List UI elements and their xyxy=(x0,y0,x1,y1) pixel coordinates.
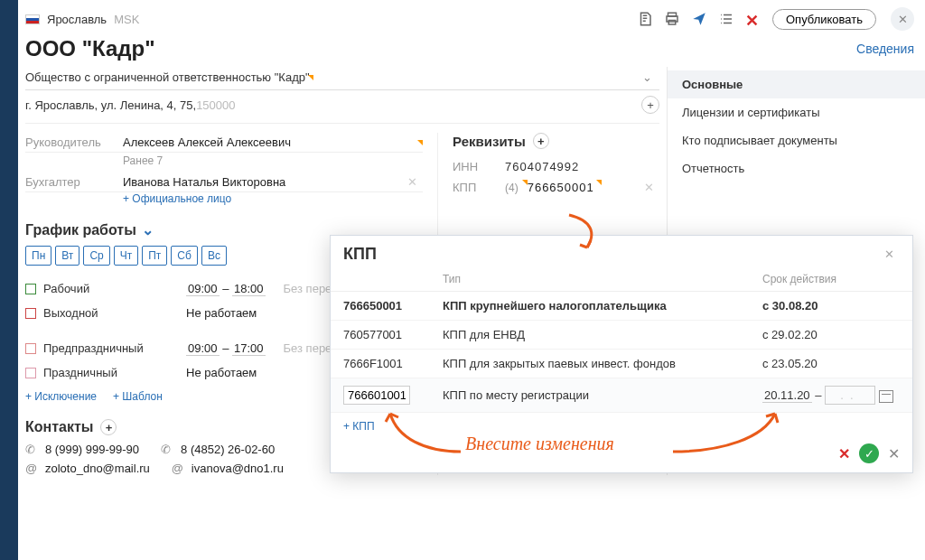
email-icon: @ xyxy=(172,462,186,475)
head-label: Руководитель xyxy=(25,135,116,149)
add-template-link[interactable]: + Шаблон xyxy=(113,390,163,403)
add-contact-button[interactable]: + xyxy=(100,419,117,435)
email-icon: @ xyxy=(25,462,40,475)
preholiday-to-input[interactable]: 17:00 xyxy=(232,341,266,356)
publish-button[interactable]: Опубликовать xyxy=(772,9,876,30)
off-day-icon[interactable] xyxy=(25,308,36,319)
details-link[interactable]: Сведения xyxy=(856,42,914,56)
kpp-close-edit-button[interactable]: ✕ xyxy=(888,445,900,462)
calendar-icon[interactable] xyxy=(879,390,893,403)
flag-icon xyxy=(25,14,40,24)
accountant-name[interactable]: Иванова Наталья Викторовна xyxy=(123,175,395,189)
company-address: г. Ярославль, ул. Ленина, 4, 75, xyxy=(25,98,196,112)
kpp-value[interactable]: 766650001 xyxy=(528,181,594,194)
kpp-code-input[interactable] xyxy=(343,386,410,405)
kpp-count[interactable]: (4) xyxy=(505,182,519,194)
close-panel-button[interactable]: ✕ xyxy=(891,7,914,31)
add-kpp-link[interactable]: + КПП xyxy=(331,413,388,440)
accountant-label: Бухгалтер xyxy=(25,175,116,189)
holiday-icon[interactable] xyxy=(25,368,36,378)
schedule-expand-button[interactable]: ⌄ xyxy=(142,221,154,238)
clear-accountant-button[interactable]: ✕ xyxy=(402,175,423,189)
off-value: Не работаем xyxy=(186,306,257,320)
preholiday-label: Предпраздничный xyxy=(43,341,179,355)
add-address-button[interactable]: + xyxy=(641,96,659,114)
requisites-heading: Реквизиты xyxy=(453,134,526,149)
phone-icon: ✆ xyxy=(25,443,40,456)
day-vs[interactable]: Вс xyxy=(201,246,227,266)
kpp-panel-title: КПП xyxy=(343,245,377,264)
kpp-row[interactable]: 766650001 КПП крупнейшего налогоплательщ… xyxy=(331,292,912,321)
email1[interactable]: zoloto_dno@mail.ru xyxy=(45,462,150,475)
work-to-input[interactable]: 18:00 xyxy=(232,282,266,296)
add-requisite-button[interactable]: + xyxy=(533,133,549,149)
print-icon[interactable] xyxy=(664,11,680,27)
contacts-heading: Контакты xyxy=(25,419,93,435)
inn-value: 7604074992 xyxy=(505,160,579,173)
add-official-link[interactable]: + Официальное лицо xyxy=(25,192,423,205)
app-sidebar xyxy=(0,0,18,560)
tz-label: MSK xyxy=(114,13,139,26)
day-sr[interactable]: Ср xyxy=(83,246,109,266)
day-pt[interactable]: Пт xyxy=(142,246,167,266)
nav-main[interactable]: Основные xyxy=(668,70,925,98)
kpp-date-to-input[interactable]: . . xyxy=(825,386,875,405)
kpp-date-from[interactable]: 20.11.20 xyxy=(762,388,812,403)
list-icon[interactable] xyxy=(718,11,734,27)
kpp-panel-close-button[interactable]: ✕ xyxy=(878,247,900,261)
kpp-label: КПП xyxy=(453,181,496,194)
work-label: Рабочий xyxy=(43,282,179,295)
notes-icon[interactable] xyxy=(637,11,653,27)
phone1[interactable]: 8 (999) 999-99-90 xyxy=(45,443,139,456)
company-title: ООО "Кадр" xyxy=(25,36,155,61)
off-label: Выходной xyxy=(43,306,179,320)
day-cht[interactable]: Чт xyxy=(114,246,139,266)
work-from-input[interactable]: 09:00 xyxy=(186,282,220,296)
holiday-value: Не работаем xyxy=(186,366,257,379)
schedule-heading: График работы xyxy=(25,222,136,238)
day-sb[interactable]: Сб xyxy=(171,246,198,266)
kpp-col-type: Тип xyxy=(430,269,750,292)
expand-name-button[interactable]: ⌄ xyxy=(635,70,659,84)
inn-label: ИНН xyxy=(453,160,496,173)
kpp-row-editing[interactable]: КПП по месту регистрации 20.11.20 – . . xyxy=(331,378,912,413)
phone2[interactable]: 8 (4852) 26-02-60 xyxy=(181,443,275,456)
head-name[interactable]: Алексеев Алексей Алексеевич xyxy=(123,135,412,149)
kpp-table: Тип Срок действия 766650001 КПП крупнейш… xyxy=(331,269,912,413)
kpp-col-valid: Срок действия xyxy=(750,269,912,292)
clear-kpp-button[interactable]: ✕ xyxy=(639,181,659,194)
delete-icon[interactable]: ✕ xyxy=(745,11,761,27)
email2[interactable]: ivanova@dno1.ru xyxy=(192,462,284,475)
nav-reports[interactable]: Отчетность xyxy=(668,154,925,182)
city-label[interactable]: Ярославль xyxy=(47,13,107,26)
top-bar: Ярославль MSK ✕ Опубликовать ✕ xyxy=(25,7,925,31)
add-exception-link[interactable]: + Исключение xyxy=(25,390,97,403)
phone-icon: ✆ xyxy=(161,443,175,456)
company-zip: 150000 xyxy=(196,98,235,112)
day-pn[interactable]: Пн xyxy=(25,246,51,266)
edited-marker-icon xyxy=(308,75,313,80)
kpp-row[interactable]: 7666F1001 КПП для закрытых паевых инвест… xyxy=(331,350,912,378)
company-full-name: Общество с ограниченной ответственностью… xyxy=(25,70,310,84)
nav-signers[interactable]: Кто подписывает документы xyxy=(668,126,925,154)
day-vt[interactable]: Вт xyxy=(55,246,79,266)
head-previous-note[interactable]: Ранее 7 xyxy=(25,154,423,167)
preholiday-icon[interactable] xyxy=(25,343,36,354)
kpp-confirm-button[interactable]: ✓ xyxy=(859,443,879,463)
kpp-row[interactable]: 760577001 КПП для ЕНВД с 29.02.20 xyxy=(331,321,912,350)
kpp-cancel-button[interactable]: ✕ xyxy=(838,445,850,462)
send-icon[interactable] xyxy=(691,11,707,27)
edited-marker-icon xyxy=(417,140,423,145)
holiday-label: Праздничный xyxy=(43,366,179,379)
kpp-panel: КПП ✕ Тип Срок действия 766650001 КПП кр… xyxy=(330,235,913,473)
nav-licenses[interactable]: Лицензии и сертификаты xyxy=(668,98,925,126)
preholiday-from-input[interactable]: 09:00 xyxy=(186,341,220,356)
work-day-icon[interactable] xyxy=(25,284,36,294)
